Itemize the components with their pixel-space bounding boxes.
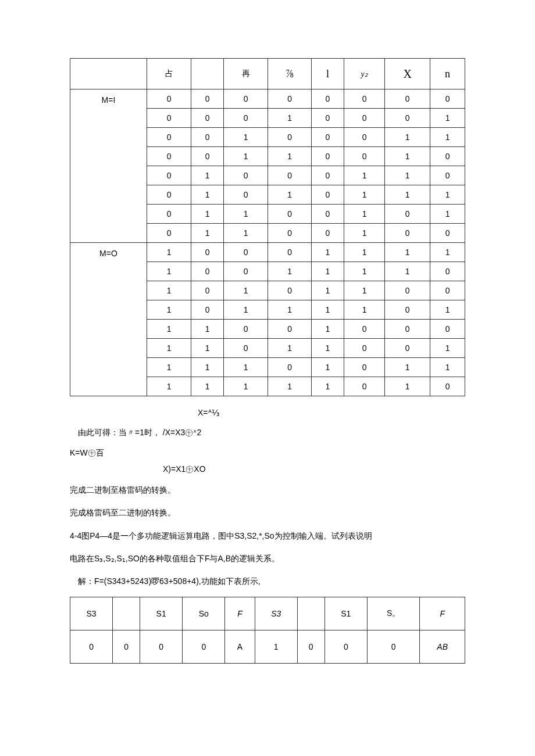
table-cell: 0 [147,89,191,109]
table-cell: 0 [191,128,224,147]
table-header-cell: n [430,59,465,89]
table2-header-cell [297,597,324,630]
table-cell: 0 [430,166,465,185]
table-cell: 1 [430,339,465,358]
group-label: M=O [70,243,147,396]
table2-header-cell: F [420,597,465,630]
table-cell: 1 [344,281,384,300]
table-cell: 1 [312,243,344,262]
table-cell: 0 [147,205,191,224]
table-cell: 0 [385,339,430,358]
table-cell: 1 [430,358,465,377]
table-cell: 1 [191,377,224,396]
table-cell: 0 [430,281,465,300]
table-cell: 1 [147,320,191,339]
table-cell: 0 [430,224,465,243]
table-cell: 1 [430,300,465,320]
table-cell: 1 [344,262,384,281]
table-cell: 1 [147,377,191,396]
table2-header-cell: S3 [255,597,297,630]
table-cell: 1 [191,339,224,358]
table2-header-cell: S3 [70,597,113,630]
table-cell: 1 [430,185,465,205]
table-cell: 1 [430,205,465,224]
table-cell: 0 [344,109,384,128]
table-cell: 1 [147,262,191,281]
table-cell: 1 [191,166,224,185]
table-cell: 0 [224,262,268,281]
paragraph-2: 完成格雷码至二进制的转换。 [70,506,465,520]
table-cell: 1 [191,185,224,205]
table-cell: 0 [268,281,312,300]
table-cell: 1 [312,377,344,396]
table-cell: 0 [312,185,344,205]
table-cell: 0 [344,128,384,147]
table-cell: 0 [224,89,268,109]
table2-cell: 1 [255,630,297,664]
table2-cell: 0 [183,630,225,664]
table-header-cell: l [312,59,344,89]
table-cell: 1 [268,300,312,320]
table-cell: 0 [385,224,430,243]
equation-1: X=ᴬ⅓ [198,408,465,417]
table-cell: 0 [268,89,312,109]
table-cell: 0 [224,243,268,262]
equation-4: X)=X1㊉XO [163,464,465,475]
table2-cell: 0 [324,630,367,664]
table-header-cell: y₂ [344,59,384,89]
table-cell: 1 [312,358,344,377]
table-cell: 0 [268,358,312,377]
table-cell: 0 [147,224,191,243]
table-cell: 0 [312,224,344,243]
table-cell: 1 [191,224,224,243]
group-label: M=I [70,89,147,243]
table-header-cell: 再 [224,59,268,89]
table-cell: 1 [224,377,268,396]
table2-header-cell: S1 [140,597,183,630]
table-cell: 0 [430,262,465,281]
table-cell: 1 [224,205,268,224]
table-cell: 1 [385,262,430,281]
table-cell: 0 [191,147,224,166]
table-cell: 0 [268,243,312,262]
table-cell: 0 [147,109,191,128]
table-cell: 1 [312,262,344,281]
table-cell: 1 [147,339,191,358]
table-cell: 1 [430,243,465,262]
table-cell: 1 [224,224,268,243]
table-cell: 0 [191,262,224,281]
table-cell: 0 [224,166,268,185]
table-cell: 1 [312,320,344,339]
derivation-line: 由此可得：当〃=1时， /X=X3㊉ˣ2 [70,425,465,440]
table-cell: 0 [430,320,465,339]
table-header-cell [70,59,147,89]
table-cell: 0 [147,166,191,185]
table-cell: 0 [224,320,268,339]
table-cell: 0 [312,166,344,185]
paragraph-4: 电路在S₃,S₂,S₁,SO的各种取值组合下F与A,B的逻辑关系。 [70,551,465,566]
table-cell: 0 [385,300,430,320]
equation-3: K=W㊉百 [70,448,465,458]
table2-cell: 0 [70,630,113,664]
table-cell: 1 [344,224,384,243]
table-cell: 1 [312,281,344,300]
table-cell: 1 [385,358,430,377]
table-cell: 0 [385,109,430,128]
table-cell: 0 [312,109,344,128]
table-cell: 1 [385,128,430,147]
table-cell: 0 [344,358,384,377]
table-cell: 1 [147,358,191,377]
table2-cell: 0 [113,630,140,664]
table2-header-cell: S1 [324,597,367,630]
table2-cell: 0 [367,630,420,664]
table2-cell: AB [420,630,465,664]
table-cell: 0 [268,224,312,243]
table-cell: 0 [224,109,268,128]
table-cell: 1 [312,300,344,320]
table-cell: 1 [268,339,312,358]
table-cell: 0 [344,320,384,339]
table-cell: 1 [385,377,430,396]
paragraph-5: 解：F=(S343+5243)啰63+508+4),功能如下表所示, [70,574,465,589]
table-cell: 1 [312,339,344,358]
table-cell: 1 [191,205,224,224]
